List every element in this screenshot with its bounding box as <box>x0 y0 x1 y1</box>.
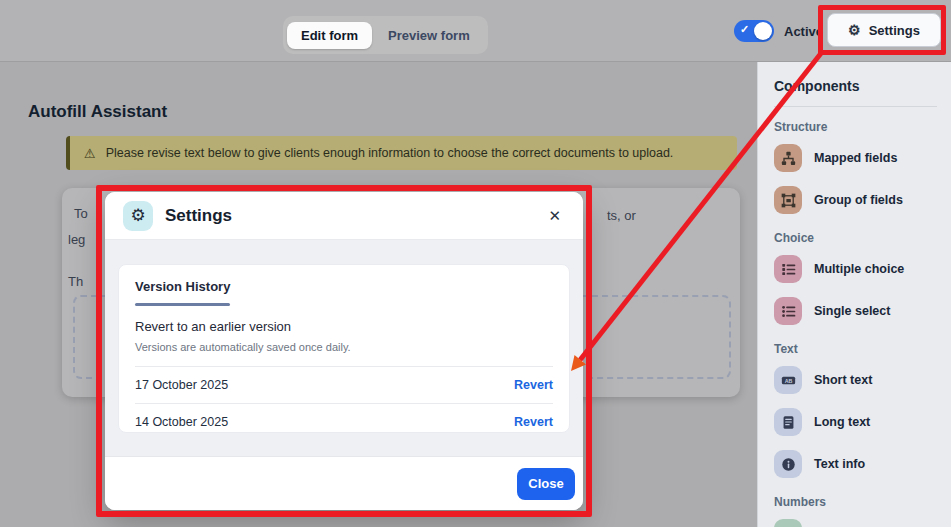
version-history-card: Version History Revert to an earlier ver… <box>118 264 570 433</box>
version-date: 14 October 2025 <box>135 415 228 429</box>
component-item-label: Short text <box>814 373 872 387</box>
form-mode-segmented-control: Edit form Preview form <box>283 16 488 54</box>
short-text-icon: AB <box>774 366 802 394</box>
background-text-fragment: To <box>74 206 88 221</box>
component-item-text-info[interactable]: Text info <box>774 446 937 482</box>
toggle-knob <box>754 22 772 40</box>
warning-icon: ⚠ <box>84 147 96 160</box>
component-item-number[interactable]: # Number <box>774 515 937 527</box>
component-item-mapped-fields[interactable]: Mapped fields <box>774 140 937 176</box>
divider <box>774 106 937 107</box>
settings-button-label: Settings <box>869 23 920 38</box>
tab-preview-form[interactable]: Preview form <box>374 22 484 49</box>
component-item-long-text[interactable]: Long text <box>774 404 937 440</box>
active-toggle[interactable]: ✓ <box>734 20 774 42</box>
active-tab-indicator <box>135 303 230 306</box>
settings-modal-footer: Close <box>105 456 583 510</box>
section-label-text: Text <box>774 342 937 356</box>
version-date: 17 October 2025 <box>135 378 228 392</box>
component-item-label: Group of fields <box>814 193 903 207</box>
multiple-choice-icon <box>774 255 802 283</box>
component-item-label: Long text <box>814 415 870 429</box>
component-item-multiple-choice[interactable]: Multiple choice <box>774 251 937 287</box>
settings-modal: ⚙ Settings ✕ Version History Revert to a… <box>105 192 583 510</box>
page-title: Autofill Assistant <box>28 102 167 122</box>
revert-link[interactable]: Revert <box>514 378 553 392</box>
component-item-short-text[interactable]: AB Short text <box>774 362 937 398</box>
active-toggle-label: Active <box>784 24 823 39</box>
top-bar: Edit form Preview form ✓ Active ⚙ Settin… <box>0 0 951 62</box>
component-item-label: Single select <box>814 304 890 318</box>
revert-section-title: Revert to an earlier version <box>135 319 553 334</box>
warning-banner: ⚠ Please revise text below to give clien… <box>66 136 737 170</box>
settings-modal-title: Settings <box>165 206 532 226</box>
components-panel: Components Structure Mapped fields Group… <box>757 62 951 527</box>
settings-modal-body: Version History Revert to an earlier ver… <box>105 240 583 456</box>
check-icon: ✓ <box>740 23 749 36</box>
background-text-fragment: Th <box>68 274 83 289</box>
section-label-choice: Choice <box>774 231 937 245</box>
component-item-label: Text info <box>814 457 865 471</box>
tab-edit-form[interactable]: Edit form <box>287 22 372 49</box>
close-button[interactable]: Close <box>517 468 575 500</box>
component-item-label: Multiple choice <box>814 262 904 276</box>
close-icon[interactable]: ✕ <box>544 203 565 229</box>
component-item-single-select[interactable]: Single select <box>774 293 937 329</box>
long-text-icon <box>774 408 802 436</box>
object-group-icon <box>774 186 802 214</box>
single-select-icon <box>774 297 802 325</box>
component-item-label: Mapped fields <box>814 151 897 165</box>
warning-text: Please revise text below to give clients… <box>106 146 674 160</box>
component-item-group-of-fields[interactable]: Group of fields <box>774 182 937 218</box>
sitemap-icon <box>774 144 802 172</box>
tab-version-history-label: Version History <box>135 279 230 294</box>
components-panel-title: Components <box>774 78 937 94</box>
settings-button[interactable]: ⚙ Settings <box>827 13 941 47</box>
settings-modal-header: ⚙ Settings ✕ <box>105 192 583 240</box>
version-row: 14 October 2025 Revert <box>135 403 553 440</box>
background-text-fragment: leg <box>68 232 85 247</box>
tab-version-history[interactable]: Version History <box>135 279 230 306</box>
text-info-icon <box>774 450 802 478</box>
section-label-structure: Structure <box>774 120 937 134</box>
revert-link[interactable]: Revert <box>514 415 553 429</box>
section-label-numbers: Numbers <box>774 495 937 509</box>
svg-text:AB: AB <box>784 377 792 383</box>
gear-icon: ⚙ <box>848 23 861 37</box>
number-icon: # <box>774 519 802 527</box>
gear-icon: ⚙ <box>123 201 153 231</box>
revert-section-subtitle: Versions are automatically saved once da… <box>135 341 553 353</box>
version-row: 17 October 2025 Revert <box>135 366 553 403</box>
background-text-fragment: ts, or <box>607 208 636 223</box>
